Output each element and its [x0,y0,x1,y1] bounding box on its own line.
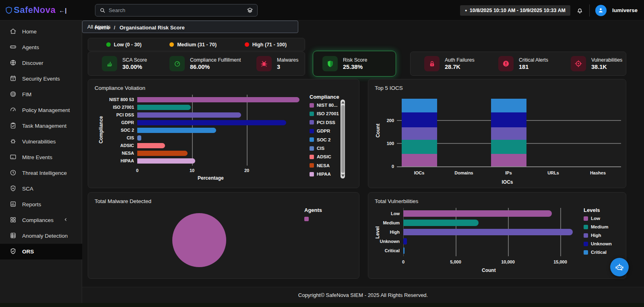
bar-Medium [403,220,479,226]
legend-swatch-icon [310,172,314,176]
legend-item-Unknown[interactable]: Unknown [584,241,612,246]
legend-item-CIS[interactable]: CIS [310,146,324,151]
legend-label: Critical [591,250,607,255]
sidebar-item-mitre-events[interactable]: Mitre Events [0,149,82,165]
y-category-ADSIC: ADSIC [91,143,134,148]
sidebar-item-label: Security Events [22,76,60,82]
metric-value: 181 [519,64,548,70]
y-tick-0: 0 [379,164,394,169]
home-icon [10,28,22,36]
sidebar-item-security-events[interactable]: Security Events [0,71,82,87]
user-avatar[interactable] [595,5,607,16]
bug-icon [256,56,272,71]
legend-item-Medium[interactable]: Medium [584,224,608,229]
sidebar-item-label: Anomaly Detection [22,233,68,239]
x-category-Hashes: Hashes [580,170,616,175]
y-category-NIST 800 53: NIST 800 53 [91,97,134,102]
legend-item-NIST 80...[interactable]: NIST 80... [310,103,338,108]
metric-compliance-fulfillment: Compliance Fulfillment86.00% [169,56,256,71]
metric-label: SCA Score [122,57,147,63]
sidebar-item-discover[interactable]: Discover [0,55,82,71]
date-range-picker[interactable]: • 10/8/2025 10:10 AM - 10/9/2025 10:33 A… [460,5,570,16]
metric-value: 30.00% [122,64,147,70]
chart-legend-title: Agents [304,207,322,213]
x-tick-15000: 15,000 [549,259,572,264]
band-dot-icon [106,42,111,47]
bar-chart-icon [102,56,117,71]
legend-item-PCI DSS[interactable]: PCI DSS [310,120,335,125]
legend-swatch-icon [310,155,314,159]
band-dot-icon [169,42,174,47]
stack-segment-IPs-1 [491,140,526,154]
legend-label: NIST 80... [317,103,338,108]
legend-item-ISO 27001[interactable]: ISO 27001 [310,111,339,116]
legend-item-NESA[interactable]: NESA [310,163,330,168]
gauge-icon [169,56,185,71]
metric-label: Auth Failures [445,57,475,63]
sidebar-item-label: Reports [22,201,41,207]
crosshair-icon [571,56,586,71]
bar-High [403,229,573,235]
sidebar-item-compliances[interactable]: Compliances [0,212,82,228]
legend-scrollbar[interactable] [341,100,345,178]
legend-item-HIPAA[interactable]: HIPAA [310,172,331,176]
chatbot-button[interactable] [610,258,629,276]
stack-segment-IOCs-2 [402,127,437,140]
risk-score-card: Risk Score 25.38% [313,51,396,77]
score-cards-right: Auth Failures28.7KCritical Alerts181Vuln… [410,52,626,76]
legend-item-SOC 2[interactable]: SOC 2 [310,137,331,142]
app-logo: SafeNova ←| [0,0,82,21]
scroll-thumb[interactable] [341,105,345,173]
metric-value: 38.1K [591,64,622,70]
legend-item-Low[interactable]: Low [584,216,600,221]
discover-icon [10,59,22,67]
sidebar-item-threat-intelligence[interactable]: Threat Intelligence [0,165,82,181]
sidebar-item-home[interactable]: Home [0,24,82,39]
sidebar-item-reports[interactable]: Reports [0,197,82,212]
y-axis-title: Level [375,218,380,247]
legend-swatch-icon [310,120,314,124]
sidebar-item-ors[interactable]: ORS [0,244,82,259]
band-label: High (71 - 100) [252,42,287,48]
metric-value: 28.7K [445,64,475,70]
legend-label: GDPR [317,129,330,133]
sidebar-item-agents[interactable]: Agents [0,39,82,55]
panel-top5-iocs: Top 5 IOCS 0100200IOCsDomainsIPsURLsHash… [368,79,626,188]
legend-label: HIPAA [317,172,331,176]
breadcrumb-home[interactable]: Home [95,25,109,31]
sidebar-item-task-management[interactable]: Task Management [0,118,82,134]
chevron-left-icon [63,217,74,224]
metric-label: Malwares [277,57,299,63]
legend-item-0[interactable] [304,217,312,221]
scroll-up-icon[interactable] [341,101,345,104]
sidebar-item-sca[interactable]: SCA [0,181,82,197]
sidebar-item-fim[interactable]: FIM [0,87,82,102]
fim-icon [10,91,22,99]
brand-shield-icon [5,6,13,15]
sidebar: HomeAgentsDiscoverSecurity EventsFIMPoli… [0,0,82,307]
legend-item-High[interactable]: High [584,233,601,238]
x-tick-10: 10 [186,168,198,173]
legend-swatch-icon [310,137,314,142]
chart-legend-title: Compliance [310,94,339,100]
layers-icon[interactable] [247,7,253,14]
search-icon [99,7,105,13]
legend-item-Critical[interactable]: Critical [584,250,607,255]
bottom-strip [0,303,644,307]
sidebar-item-vulnerabilities[interactable]: Vulnerabilities [0,134,82,149]
legend-item-ADSIC[interactable]: ADSIC [310,154,331,159]
policy-management-icon [10,106,22,114]
sidebar-item-policy-management[interactable]: Policy Management [0,102,82,118]
metric-label: Vulnerabilities [591,57,622,63]
legend-item-GDPR[interactable]: GDPR [310,129,330,133]
scroll-down-icon[interactable] [341,174,345,177]
sca-icon [10,185,22,193]
lock-icon [424,56,440,71]
legend-swatch-icon [310,112,314,116]
search-input[interactable] [109,7,247,13]
sidebar-collapse-icon[interactable]: ←| [59,7,66,14]
bell-icon[interactable] [576,6,584,14]
sidebar-item-label: FIM [22,91,31,97]
sidebar-item-anomaly-detection[interactable]: Anomaly Detection [0,228,82,244]
panel-title: Total Malware Detected [95,198,151,204]
